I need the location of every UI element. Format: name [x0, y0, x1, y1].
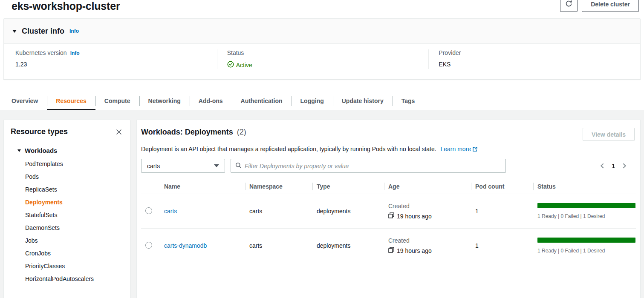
filter-dropdown[interactable]: carts	[141, 159, 225, 173]
kubernetes-version-info-link[interactable]: Info	[70, 50, 80, 56]
column-header-pod-count: Pod count	[471, 179, 533, 194]
view-details-button[interactable]: View details	[583, 128, 635, 141]
pagination: 1	[599, 163, 636, 169]
column-header-status: Status	[533, 179, 636, 194]
panel-description: Deployment is an API object that manages…	[141, 146, 636, 153]
age-cell: Created 19 hours ago	[384, 194, 471, 229]
previous-page-button[interactable]	[599, 163, 605, 169]
sidebar-item-horizontalpodautoscalers[interactable]: HorizontalPodAutoscalers	[25, 272, 123, 285]
search-box	[231, 159, 506, 173]
tab-compute[interactable]: Compute	[95, 92, 139, 110]
namespace-cell: carts	[245, 194, 312, 229]
resource-type-list: PodTemplates Pods ReplicaSets Deployment…	[25, 158, 123, 285]
namespace-cell: carts	[245, 229, 312, 263]
deployment-link[interactable]: carts	[164, 208, 177, 215]
deployments-count: (2)	[237, 128, 246, 136]
sidebar-item-statefulsets[interactable]: StatefulSets	[25, 209, 123, 221]
column-header-name: Name	[160, 179, 245, 194]
page-title: eks-workshop-cluster	[12, 0, 120, 12]
age-cell: Created 19 hours ago	[384, 229, 471, 263]
search-input[interactable]	[245, 163, 501, 169]
table-row: carts carts deployments Created 19 hours…	[141, 194, 636, 229]
cluster-info-expander[interactable]: Cluster info Info	[4, 19, 640, 44]
sidebar-item-priorityclasses[interactable]: PriorityClasses	[25, 260, 123, 272]
deployments-table: Name Namespace Type Age Pod count Status…	[141, 179, 636, 263]
status-cell: 1 Ready | 0 Failed | 1 Desired	[533, 229, 636, 263]
workloads-group-label: Workloads	[25, 147, 57, 154]
provider-label: Provider	[439, 49, 461, 56]
column-header-type: Type	[312, 179, 384, 194]
resource-types-panel: Resource types Workloads PodTemplates Po…	[3, 120, 130, 298]
cluster-info-card: Cluster info Info Kubernetes version Inf…	[3, 18, 641, 80]
tab-update-history[interactable]: Update history	[333, 92, 393, 110]
delete-cluster-button[interactable]: Delete cluster	[582, 0, 639, 12]
tab-networking[interactable]: Networking	[139, 92, 190, 110]
tab-add-ons[interactable]: Add-ons	[190, 92, 232, 110]
cluster-info-title: Cluster info	[22, 27, 64, 36]
resource-types-title: Resource types	[11, 127, 68, 136]
header-actions: Delete cluster	[560, 0, 639, 12]
kubernetes-version-value: 1.23	[15, 61, 205, 68]
status-caption: 1 Ready | 0 Failed | 1 Desired	[537, 248, 632, 254]
chevron-down-icon	[17, 149, 21, 152]
sidebar-item-deployments[interactable]: Deployments	[25, 196, 123, 209]
status-cell: 1 Ready | 0 Failed | 1 Desired	[533, 194, 636, 229]
type-cell: deployments	[312, 229, 384, 263]
search-icon	[235, 162, 242, 170]
deployments-panel: Workloads: Deployments (2) View details …	[136, 120, 641, 298]
status-label: Status	[227, 49, 244, 56]
provider-value: EKS	[439, 61, 629, 68]
copy-icon	[388, 247, 394, 254]
tab-tags[interactable]: Tags	[393, 92, 424, 110]
tab-authentication[interactable]: Authentication	[232, 92, 292, 110]
row-radio-button[interactable]	[145, 242, 152, 249]
sidebar-item-replicasets[interactable]: ReplicaSets	[25, 183, 123, 196]
learn-more-link[interactable]: Learn more	[441, 146, 478, 152]
status-check-icon	[227, 61, 234, 69]
table-row: carts-dynamodb carts deployments Created…	[141, 229, 636, 263]
page-header-section: eks-workshop-cluster Delete cluster Clus…	[0, 0, 644, 110]
panel-title: Workloads: Deployments (2)	[141, 128, 246, 137]
sidebar-item-jobs[interactable]: Jobs	[25, 234, 123, 247]
copy-icon	[388, 212, 394, 220]
refresh-icon	[565, 0, 572, 9]
refresh-button[interactable]	[560, 0, 578, 12]
deployment-link[interactable]: carts-dynamodb	[164, 242, 207, 249]
kubernetes-version-field: Kubernetes version Info 1.23	[4, 49, 217, 69]
next-page-button[interactable]	[622, 163, 627, 169]
tab-resources[interactable]: Resources	[47, 92, 95, 110]
tab-logging[interactable]: Logging	[292, 92, 333, 110]
cluster-info-info-link[interactable]: Info	[69, 28, 79, 34]
close-icon[interactable]	[115, 128, 123, 136]
status-field: Status Active	[217, 49, 429, 69]
column-header-age: Age	[384, 179, 471, 194]
type-cell: deployments	[312, 194, 384, 229]
current-page-number: 1	[612, 163, 615, 169]
pod-count-cell: 1	[471, 229, 533, 263]
column-header-namespace: Namespace	[245, 179, 312, 194]
row-radio-button[interactable]	[145, 207, 152, 214]
status-value: Active	[236, 62, 252, 69]
external-link-icon	[472, 146, 478, 153]
cluster-tabs: Overview Resources Compute Networking Ad…	[0, 92, 644, 110]
workloads-group-toggle[interactable]: Workloads	[17, 147, 123, 154]
provider-field: Provider EKS	[428, 49, 640, 69]
chevron-down-icon	[214, 164, 219, 167]
selection-column-header	[141, 179, 160, 194]
filter-dropdown-value: carts	[147, 163, 160, 169]
status-bar	[537, 238, 635, 243]
sidebar-item-pods[interactable]: Pods	[25, 170, 123, 183]
status-caption: 1 Ready | 0 Failed | 1 Desired	[537, 213, 632, 219]
sidebar-item-daemonsets[interactable]: DaemonSets	[25, 221, 123, 234]
pod-count-cell: 1	[471, 194, 533, 229]
status-bar	[537, 203, 635, 208]
chevron-down-icon	[12, 30, 17, 33]
tab-overview[interactable]: Overview	[3, 92, 47, 110]
sidebar-item-cronjobs[interactable]: CronJobs	[25, 247, 123, 260]
sidebar-item-podtemplates[interactable]: PodTemplates	[25, 158, 123, 170]
kubernetes-version-label: Kubernetes version	[15, 49, 67, 56]
